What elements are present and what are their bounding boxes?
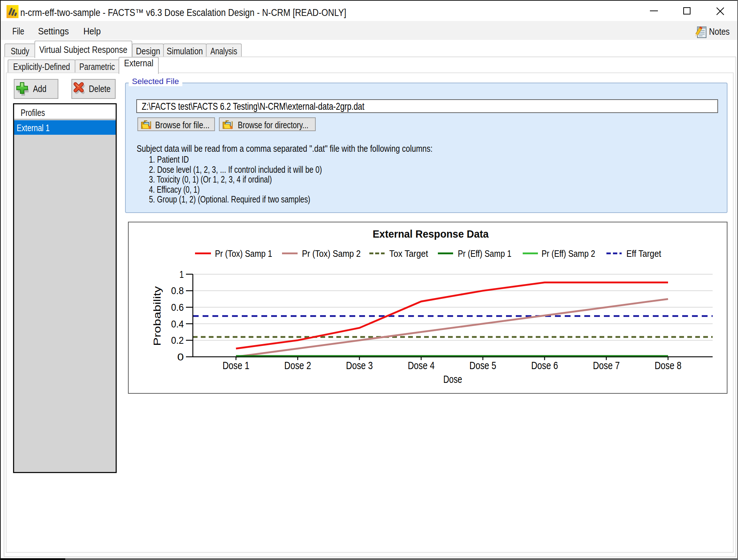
svg-text:Dose 2: Dose 2 [284,359,311,371]
svg-text:Dose 5: Dose 5 [469,359,496,371]
svg-text:Dose: Dose [443,373,462,385]
svg-text:0.2: 0.2 [171,335,184,346]
svg-text:Probability: Probability [152,286,163,346]
svg-text:1: 1 [179,269,184,280]
svg-text:Dose 3: Dose 3 [346,359,373,371]
svg-text:Dose 8: Dose 8 [655,359,681,371]
svg-text:Dose 6: Dose 6 [531,359,558,371]
svg-text:0: 0 [177,351,184,363]
svg-text:Dose 7: Dose 7 [593,359,620,371]
svg-text:Dose 4: Dose 4 [408,359,435,371]
svg-text:0.8: 0.8 [171,285,184,296]
svg-text:0.6: 0.6 [171,302,184,313]
svg-text:Dose 1: Dose 1 [223,359,249,371]
svg-text:0.4: 0.4 [171,318,184,330]
